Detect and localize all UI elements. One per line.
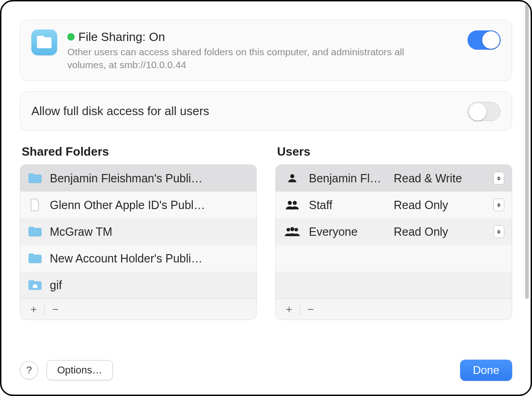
folder-label: gif bbox=[50, 279, 249, 292]
file-icon bbox=[28, 198, 42, 212]
home-folder-icon bbox=[28, 278, 42, 292]
scrollbar-thumb[interactable] bbox=[525, 4, 529, 299]
folder-row[interactable]: McGraw TM bbox=[20, 218, 256, 245]
svg-point-6 bbox=[290, 227, 295, 232]
folder-label: Glenn Other Apple ID's Publ… bbox=[50, 198, 249, 212]
scrollbar[interactable] bbox=[524, 4, 530, 392]
toggle-knob bbox=[469, 103, 486, 121]
header-text: File Sharing: On Other users can access … bbox=[67, 29, 457, 71]
permission-stepper[interactable] bbox=[493, 225, 504, 238]
permission-stepper[interactable] bbox=[493, 198, 504, 211]
shared-folders-column: Shared Folders Benjamin Fleishman's Publ… bbox=[20, 145, 257, 320]
file-sharing-header: File Sharing: On Other users can access … bbox=[20, 20, 512, 81]
users-footer: + − bbox=[276, 298, 512, 320]
folder-row[interactable]: gif bbox=[20, 272, 256, 298]
pair-icon bbox=[283, 199, 301, 211]
permission-stepper[interactable] bbox=[493, 172, 504, 185]
user-name: Everyone bbox=[309, 225, 386, 239]
folder-label: New Account Holder's Publi… bbox=[50, 252, 249, 265]
separator bbox=[44, 304, 45, 314]
user-row[interactable]: Everyone Read Only bbox=[276, 218, 512, 245]
full-disk-toggle[interactable] bbox=[467, 102, 501, 121]
header-description: Other users can access shared folders on… bbox=[67, 46, 445, 72]
bottom-bar: ? Options… Done bbox=[20, 360, 512, 381]
file-sharing-icon bbox=[31, 29, 57, 55]
user-name: Benjamin Flei… bbox=[309, 172, 386, 185]
shared-folders-footer: + − bbox=[20, 298, 256, 320]
shared-folders-heading: Shared Folders bbox=[20, 145, 257, 164]
options-button[interactable]: Options… bbox=[47, 360, 113, 380]
users-list[interactable]: Benjamin Flei… Read & Write Staff Read O… bbox=[275, 164, 512, 320]
folder-row[interactable]: Glenn Other Apple ID's Publ… bbox=[20, 192, 256, 218]
folder-icon bbox=[28, 251, 42, 266]
help-button[interactable]: ? bbox=[20, 361, 38, 379]
svg-rect-0 bbox=[37, 37, 52, 48]
folder-icon bbox=[28, 171, 42, 186]
svg-point-5 bbox=[287, 228, 290, 232]
remove-folder-button[interactable]: − bbox=[47, 303, 64, 316]
full-disk-access-row: Allow full disk access for all users bbox=[20, 91, 512, 131]
folder-row[interactable]: New Account Holder's Publi… bbox=[20, 245, 256, 272]
file-sharing-toggle[interactable] bbox=[467, 30, 501, 50]
header-title-row: File Sharing: On bbox=[67, 30, 457, 44]
remove-user-button[interactable]: − bbox=[302, 303, 319, 316]
add-user-button[interactable]: + bbox=[280, 303, 298, 316]
user-row[interactable]: Benjamin Flei… Read & Write bbox=[276, 165, 512, 192]
shared-folders-list[interactable]: Benjamin Fleishman's Publi… Glenn Other … bbox=[20, 164, 257, 320]
folder-icon bbox=[28, 224, 42, 239]
columns: Shared Folders Benjamin Fleishman's Publ… bbox=[20, 145, 512, 320]
folder-row[interactable]: Benjamin Fleishman's Publi… bbox=[20, 165, 256, 192]
svg-rect-1 bbox=[37, 36, 44, 39]
user-permission: Read & Write bbox=[394, 172, 486, 185]
file-sharing-sheet: File Sharing: On Other users can access … bbox=[0, 0, 532, 396]
svg-point-3 bbox=[288, 201, 292, 205]
separator bbox=[300, 304, 300, 314]
done-button[interactable]: Done bbox=[460, 360, 512, 381]
toggle-knob bbox=[482, 31, 500, 49]
header-title: File Sharing: On bbox=[78, 30, 165, 44]
user-permission: Read Only bbox=[394, 225, 486, 239]
person-icon bbox=[283, 172, 301, 184]
svg-point-4 bbox=[293, 201, 297, 205]
users-column: Users Benjamin Flei… Read & Write bbox=[275, 145, 512, 320]
folder-label: McGraw TM bbox=[50, 225, 249, 239]
user-row[interactable]: Staff Read Only bbox=[276, 192, 512, 218]
empty-row bbox=[276, 272, 512, 298]
add-folder-button[interactable]: + bbox=[25, 303, 42, 316]
folder-label: Benjamin Fleishman's Publi… bbox=[50, 172, 249, 185]
full-disk-label: Allow full disk access for all users bbox=[31, 104, 209, 118]
status-dot-icon bbox=[67, 33, 75, 41]
svg-point-7 bbox=[295, 228, 298, 232]
group-icon bbox=[283, 226, 301, 238]
user-permission: Read Only bbox=[394, 198, 486, 212]
users-heading: Users bbox=[275, 145, 512, 164]
svg-point-2 bbox=[290, 175, 295, 179]
user-name: Staff bbox=[309, 198, 386, 212]
empty-row bbox=[276, 245, 512, 272]
